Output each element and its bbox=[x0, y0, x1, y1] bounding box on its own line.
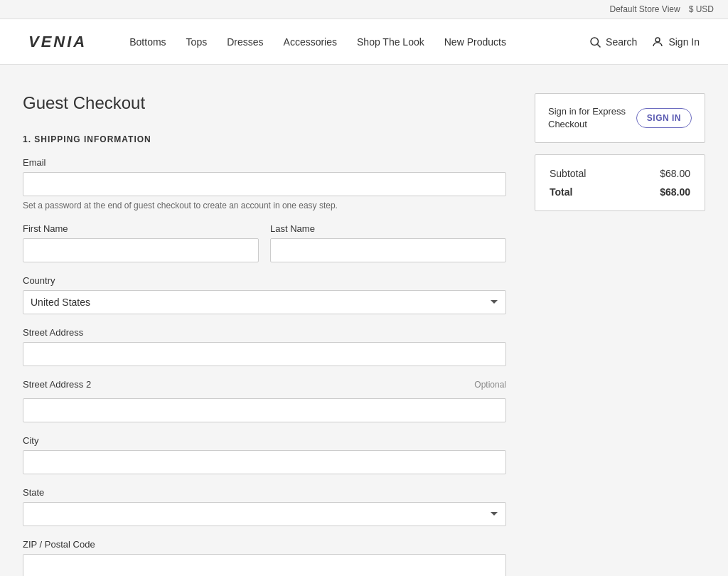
express-sign-in-button[interactable]: SIGN IN bbox=[636, 108, 692, 128]
header-sign-in-label: Sign In bbox=[668, 36, 700, 48]
city-group: City bbox=[23, 435, 506, 474]
subtotal-label: Subtotal bbox=[550, 168, 586, 179]
street-address2-label: Street Address 2 bbox=[23, 379, 91, 390]
zip-group: ZIP / Postal Code bbox=[23, 539, 506, 576]
nav-accessories[interactable]: Accessories bbox=[284, 36, 337, 48]
state-group: State bbox=[23, 487, 506, 526]
svg-point-0 bbox=[591, 38, 599, 46]
search-icon bbox=[589, 36, 601, 48]
street-address-group: Street Address bbox=[23, 327, 506, 366]
checkout-right-col: Sign in for Express Checkout SIGN IN Sub… bbox=[535, 93, 705, 211]
zip-field[interactable] bbox=[23, 554, 506, 576]
header-actions: Search Sign In bbox=[589, 36, 700, 48]
top-bar: Default Store View $ USD bbox=[0, 0, 728, 19]
street-address2-optional: Optional bbox=[474, 380, 506, 390]
subtotal-row: Subtotal $68.00 bbox=[550, 168, 690, 179]
checkout-form-col: Guest Checkout 1. SHIPPING INFORMATION E… bbox=[23, 93, 506, 576]
city-field[interactable] bbox=[23, 450, 506, 474]
main-content: Guest Checkout 1. SHIPPING INFORMATION E… bbox=[9, 65, 719, 576]
name-row: First Name Last Name bbox=[23, 223, 506, 275]
sign-in-button[interactable]: Sign In bbox=[651, 36, 700, 48]
site-header: VENIA Bottoms Tops Dresses Accessories S… bbox=[0, 19, 728, 65]
nav-tops[interactable]: Tops bbox=[186, 36, 208, 48]
svg-point-2 bbox=[655, 38, 660, 42]
currency-label: $ USD bbox=[689, 4, 714, 14]
express-checkout-box: Sign in for Express Checkout SIGN IN bbox=[535, 93, 705, 143]
section-title: 1. SHIPPING INFORMATION bbox=[23, 134, 506, 144]
email-hint: Set a password at the end of guest check… bbox=[23, 201, 506, 210]
country-select[interactable]: United States Canada United Kingdom Aust… bbox=[23, 290, 506, 314]
nav-shop-the-look[interactable]: Shop The Look bbox=[357, 36, 424, 48]
street-address-label: Street Address bbox=[23, 327, 506, 338]
nav-bottoms[interactable]: Bottoms bbox=[129, 36, 166, 48]
search-label: Search bbox=[606, 36, 637, 48]
state-label: State bbox=[23, 487, 506, 498]
last-name-group: Last Name bbox=[270, 223, 506, 262]
street-address-field[interactable] bbox=[23, 342, 506, 366]
email-label: Email bbox=[23, 157, 506, 168]
last-name-label: Last Name bbox=[270, 223, 506, 234]
street-address2-label-row: Street Address 2 Optional bbox=[23, 379, 506, 390]
store-view-label: Default Store View bbox=[609, 4, 680, 14]
express-checkout-text: Sign in for Express Checkout bbox=[548, 105, 636, 131]
last-name-field[interactable] bbox=[270, 238, 506, 262]
email-field[interactable] bbox=[23, 172, 506, 196]
email-group: Email Set a password at the end of guest… bbox=[23, 157, 506, 210]
country-group: Country United States Canada United King… bbox=[23, 275, 506, 314]
user-icon bbox=[651, 36, 664, 48]
svg-line-1 bbox=[597, 44, 600, 47]
search-button[interactable]: Search bbox=[589, 36, 637, 48]
total-row: Total $68.00 bbox=[550, 186, 690, 198]
nav-new-products[interactable]: New Products bbox=[444, 36, 506, 48]
site-logo[interactable]: VENIA bbox=[28, 33, 87, 51]
first-name-label: First Name bbox=[23, 223, 259, 234]
zip-label: ZIP / Postal Code bbox=[23, 539, 506, 550]
total-value: $68.00 bbox=[660, 186, 690, 198]
subtotal-value: $68.00 bbox=[660, 168, 690, 179]
order-summary-box: Subtotal $68.00 Total $68.00 bbox=[535, 154, 705, 211]
street-address2-group: Street Address 2 Optional bbox=[23, 379, 506, 422]
first-name-field[interactable] bbox=[23, 238, 259, 262]
page-title: Guest Checkout bbox=[23, 93, 506, 113]
total-label: Total bbox=[550, 186, 572, 198]
street-address2-field[interactable] bbox=[23, 398, 506, 422]
main-nav: Bottoms Tops Dresses Accessories Shop Th… bbox=[129, 36, 589, 48]
first-name-group: First Name bbox=[23, 223, 259, 262]
state-select[interactable] bbox=[23, 502, 506, 526]
nav-dresses[interactable]: Dresses bbox=[227, 36, 263, 48]
city-label: City bbox=[23, 435, 506, 446]
country-label: Country bbox=[23, 275, 506, 286]
